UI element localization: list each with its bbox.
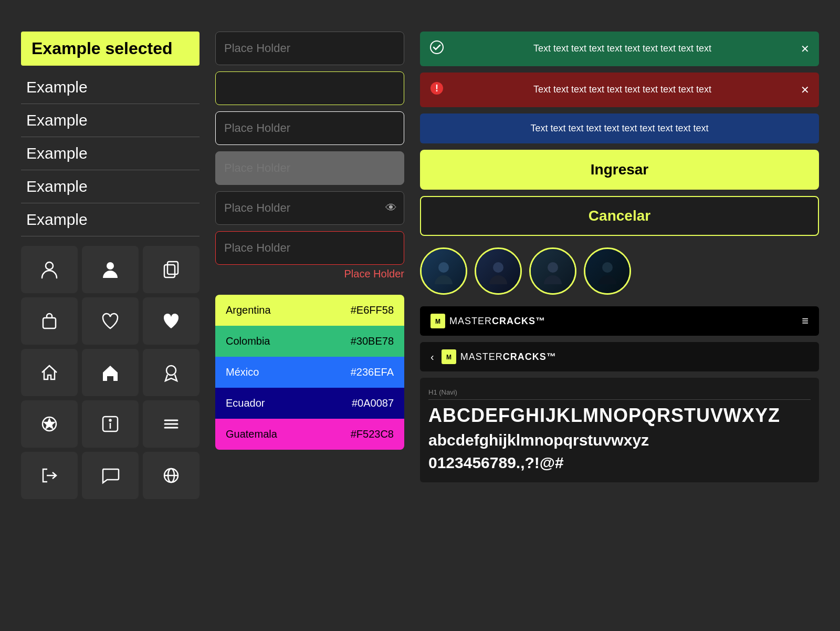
navbar2-logo: M MASTERCRACKS™	[442, 349, 556, 364]
swatch-label-mexico: México	[226, 366, 259, 378]
svg-text:M: M	[435, 318, 440, 325]
cancelar-button[interactable]: Cancelar	[420, 196, 819, 236]
notification-error-text: Text text text text text text text text …	[452, 83, 793, 96]
swatch-argentina[interactable]: Argentina #E6FF58	[215, 295, 404, 326]
typography-section: H1 (Navi) ABCDEFGHIJKLMNOPQRSTUVWXYZ abc…	[420, 378, 819, 482]
svg-point-23	[602, 262, 613, 273]
swatch-hex-argentina: #E6FF58	[351, 304, 394, 316]
input-disabled	[215, 151, 404, 185]
user-filled-icon[interactable]	[82, 246, 139, 293]
menu-lines-icon[interactable]	[143, 400, 200, 448]
svg-text:!: !	[435, 83, 438, 94]
svg-text:M: M	[446, 354, 452, 361]
svg-point-17	[430, 41, 443, 54]
home-outline-icon[interactable]	[21, 349, 78, 396]
svg-point-1	[107, 262, 114, 270]
input-white[interactable]	[215, 111, 404, 145]
notification-error: ! Text text text text text text text tex…	[420, 73, 819, 107]
user-outline-icon[interactable]	[21, 246, 78, 293]
heart-outline-icon[interactable]	[82, 297, 139, 345]
typography-uppercase: ABCDEFGHIJKLMNOPQRSTUVWXYZ	[428, 404, 811, 427]
notification-info: Text text text text text text text text …	[420, 113, 819, 143]
svg-rect-3	[164, 265, 175, 277]
notification-info-text: Text text text text text text text text …	[429, 122, 810, 135]
heart-filled-icon[interactable]	[143, 297, 200, 345]
nav-item-1[interactable]: Example	[21, 71, 200, 104]
navbar-back-icon[interactable]: ‹	[430, 351, 434, 363]
error-helper-text: Place Holder	[215, 268, 404, 280]
input-placeholder-1[interactable]	[215, 32, 404, 65]
bag-icon[interactable]	[21, 297, 78, 345]
selected-item[interactable]: Example selected	[21, 32, 200, 66]
input-active[interactable]	[215, 71, 404, 105]
middle-panel: 👁 Place Holder Argentina #E6FF58 Colombi…	[215, 32, 404, 499]
star-icon[interactable]	[21, 400, 78, 448]
home-filled-icon[interactable]	[82, 349, 139, 396]
badge-icon[interactable]	[143, 349, 200, 396]
notification-success: Text text text text text text text text …	[420, 32, 819, 66]
svg-point-10	[110, 420, 111, 421]
mastercracks-logo-icon-2: M	[442, 349, 456, 364]
swatch-colombia[interactable]: Colombia #30BE78	[215, 326, 404, 357]
svg-point-5	[166, 366, 176, 375]
nav-item-5[interactable]: Example	[21, 203, 200, 236]
mastercracks-logo-icon: M	[430, 314, 445, 328]
typography-label: H1 (Navi)	[428, 388, 811, 400]
avatar-row	[420, 242, 819, 300]
typography-lowercase: abcdefghijklmnopqrstuvwxyz	[428, 431, 811, 450]
nav-item-3[interactable]: Example	[21, 137, 200, 170]
navbar-logo-bold: CRACKS™	[492, 316, 545, 326]
svg-marker-7	[45, 419, 54, 428]
swatch-label-argentina: Argentina	[226, 304, 271, 316]
right-panel: Text text text text text text text text …	[420, 32, 819, 499]
exit-icon[interactable]	[21, 452, 78, 499]
avatar-2[interactable]	[475, 247, 522, 295]
input-error[interactable]	[215, 231, 404, 265]
avatar-3[interactable]	[529, 247, 576, 295]
input-password[interactable]	[215, 191, 404, 225]
left-panel: Example selected Example Example Example…	[21, 32, 200, 499]
icon-grid	[21, 246, 200, 499]
info-square-icon[interactable]	[82, 400, 139, 448]
notification-success-text: Text text text text text text text text …	[452, 42, 793, 55]
navbar-logo: M MASTERCRACKS™	[430, 314, 545, 328]
swatch-label-guatemala: Guatemala	[226, 428, 277, 440]
svg-point-21	[493, 262, 503, 273]
typography-numbers: 0123456789.,?!@#	[428, 454, 811, 472]
swatch-hex-mexico: #236EFA	[351, 366, 394, 378]
input-password-wrapper: 👁	[215, 191, 404, 225]
swatch-label-ecuador: Ecuador	[226, 397, 265, 409]
copy-icon[interactable]	[143, 246, 200, 293]
notification-success-close[interactable]: ✕	[801, 43, 810, 55]
avatar-4[interactable]	[584, 247, 631, 295]
navbar-secondary: ‹ M MASTERCRACKS™	[420, 342, 819, 371]
avatar-1[interactable]	[420, 247, 467, 295]
swatch-ecuador[interactable]: Ecuador #0A0087	[215, 388, 404, 419]
svg-point-22	[548, 262, 558, 273]
notification-error-close[interactable]: ✕	[801, 84, 810, 96]
swatch-hex-colombia: #30BE78	[351, 335, 394, 347]
globe-icon[interactable]	[143, 452, 200, 499]
eye-icon[interactable]: 👁	[385, 201, 397, 215]
chat-icon[interactable]	[82, 452, 139, 499]
nav-item-4[interactable]: Example	[21, 170, 200, 203]
swatch-mexico[interactable]: México #236EFA	[215, 357, 404, 388]
nav-list: Example Example Example Example Example	[21, 71, 200, 236]
swatch-guatemala[interactable]: Guatemala #F523C8	[215, 419, 404, 450]
svg-point-0	[46, 262, 53, 270]
svg-rect-4	[43, 318, 56, 328]
swatch-label-colombia: Colombia	[226, 335, 270, 347]
navbar-menu-icon[interactable]: ≡	[802, 314, 808, 328]
ingresar-button[interactable]: Ingresar	[420, 150, 819, 190]
main-container: Example selected Example Example Example…	[21, 32, 819, 499]
svg-point-20	[438, 262, 449, 273]
swatch-hex-guatemala: #F523C8	[351, 428, 394, 440]
error-circle-icon: !	[429, 81, 444, 99]
svg-rect-2	[167, 262, 178, 274]
swatch-hex-ecuador: #0A0087	[352, 397, 394, 409]
navbar-primary: M MASTERCRACKS™ ≡	[420, 306, 819, 336]
nav-item-2[interactable]: Example	[21, 104, 200, 137]
navbar-logo-text: MASTERCRACKS™	[449, 316, 545, 327]
check-circle-icon	[429, 40, 444, 58]
color-swatches: Argentina #E6FF58 Colombia #30BE78 Méxic…	[215, 295, 404, 450]
